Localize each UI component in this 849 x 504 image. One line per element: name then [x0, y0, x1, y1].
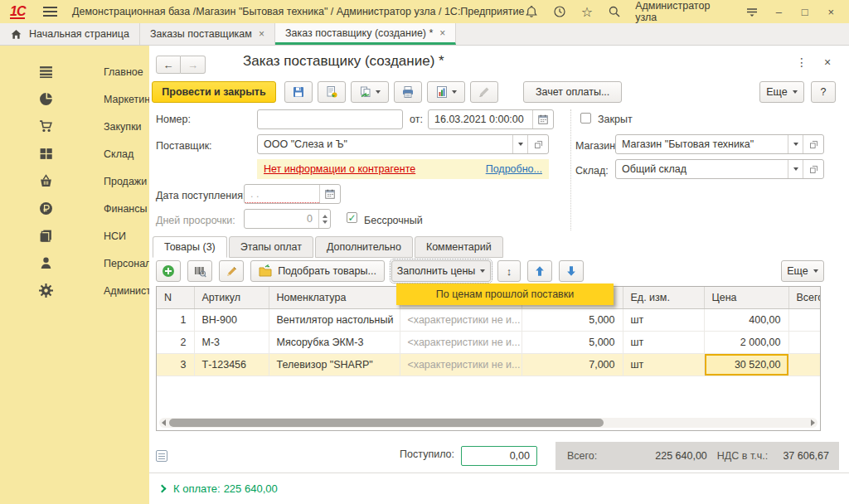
cell-n[interactable]: 3 — [157, 353, 194, 376]
cell-qty[interactable]: 7,000 — [522, 353, 623, 376]
pick-goods-button[interactable]: Подобрать товары... — [250, 260, 385, 282]
move-row-up-button[interactable] — [527, 260, 552, 282]
cell-n[interactable]: 1 — [157, 308, 194, 331]
resize-rows-button[interactable]: ↕ — [497, 260, 521, 282]
column-header-unit[interactable]: Ед. изм. — [623, 287, 704, 308]
sidebar-item-marketing[interactable]: Маркетинг — [0, 85, 149, 113]
tab-supplier-orders-list[interactable]: Заказы поставщикам × — [140, 23, 275, 45]
print-button[interactable] — [394, 81, 422, 103]
calendar-icon[interactable] — [532, 110, 553, 128]
column-header-total[interactable]: Всего — [788, 287, 821, 308]
column-header-n[interactable]: N — [157, 287, 194, 308]
supplier-dropdown-icon[interactable] — [512, 135, 527, 153]
sidebar-item-personnel[interactable]: Персонал — [0, 250, 149, 277]
supplier-combo[interactable]: ООО "Слеза и Ъ" — [257, 134, 549, 154]
cell-total[interactable]: 213 640,00 — [788, 353, 821, 376]
scroll-right-icon[interactable] — [811, 419, 815, 426]
sidebar-item-warehouse[interactable]: Склад — [0, 140, 149, 167]
cell-total[interactable]: 2 000,00 — [788, 308, 821, 331]
text-view-icon[interactable] — [156, 450, 167, 462]
post-and-close-button[interactable]: Провести и закрыть — [152, 81, 276, 103]
barcode-scan-button[interactable] — [187, 260, 212, 282]
form-close-icon[interactable]: × — [824, 56, 831, 69]
tab-supplier-order-new[interactable]: Заказ поставщику (создание) * × — [275, 23, 456, 45]
scrollbar-thumb[interactable] — [169, 419, 604, 427]
number-input[interactable] — [257, 109, 403, 129]
add-row-button[interactable] — [156, 260, 181, 282]
cell-total[interactable]: 10 000,00 — [788, 331, 821, 353]
scroll-left-icon[interactable] — [162, 419, 166, 426]
warehouse-combo[interactable]: Общий склад — [615, 159, 824, 179]
history-icon[interactable] — [552, 4, 566, 19]
create-based-on-button[interactable] — [351, 81, 389, 103]
table-row[interactable]: 1ВН-900Вентилятор настольный<характерист… — [157, 308, 821, 331]
tab-payment-stages[interactable]: Этапы оплат — [229, 236, 313, 258]
cell-price[interactable]: 2 000,00 — [704, 331, 788, 353]
warehouse-dropdown-icon[interactable] — [788, 160, 803, 178]
edit-button-disabled[interactable] — [470, 81, 498, 103]
horizontal-scrollbar[interactable] — [159, 418, 817, 428]
cell-nomenclature[interactable]: Вентилятор настольный — [269, 308, 400, 331]
service-menu-icon[interactable] — [745, 4, 759, 19]
shop-value[interactable]: Магазин "Бытовая техника" — [616, 135, 788, 153]
supplier-open-icon[interactable] — [527, 135, 548, 153]
sidebar-item-purchases[interactable]: Закупки — [0, 113, 149, 140]
supplier-value[interactable]: ООО "Слеза и Ъ" — [258, 135, 512, 153]
receipt-date-placeholder[interactable]: . . — [245, 185, 319, 203]
cell-nomenclature[interactable]: Телевизор "SHARP" — [269, 353, 400, 376]
cell-characteristic[interactable]: <характеристики не и... — [400, 308, 522, 331]
cell-n[interactable]: 2 — [157, 331, 194, 353]
more-actions-button[interactable]: Еще — [759, 81, 804, 103]
help-button[interactable]: ? — [811, 81, 836, 103]
cell-characteristic[interactable]: <характеристики не и... — [400, 331, 522, 353]
back-button[interactable]: ← — [156, 56, 181, 74]
overdue-days-stepper[interactable]: 0 — [244, 209, 331, 229]
main-menu-icon[interactable] — [43, 4, 57, 19]
tab-additional[interactable]: Дополнительно — [315, 236, 413, 258]
column-header-nomenclature[interactable]: Номенклатура — [269, 287, 400, 308]
cell-unit[interactable]: шт — [623, 308, 704, 331]
sidebar-item-administration[interactable]: Администрирование — [0, 277, 149, 304]
closed-checkbox[interactable] — [580, 113, 591, 124]
reports-button[interactable] — [427, 81, 465, 103]
tab-home[interactable]: Начальная страница — [0, 23, 140, 45]
cell-article[interactable]: Т-123456 — [194, 353, 269, 376]
column-header-price[interactable]: Цена — [704, 287, 788, 308]
close-window-button[interactable]: × — [825, 6, 838, 18]
cell-article[interactable]: М-3 — [194, 331, 269, 353]
shop-dropdown-icon[interactable] — [788, 135, 803, 153]
warehouse-value[interactable]: Общий склад — [616, 160, 788, 178]
cell-price[interactable]: 400,00 — [704, 308, 788, 331]
forward-button[interactable]: → — [181, 56, 206, 74]
to-pay-strip[interactable]: К оплате: 225 640,00 — [149, 472, 849, 504]
column-header-article[interactable]: Артикул — [194, 287, 269, 308]
favorites-star-icon[interactable]: ☆ — [580, 4, 594, 19]
cell-unit[interactable]: шт — [623, 353, 704, 376]
shop-open-icon[interactable] — [803, 135, 823, 153]
cell-article[interactable]: ВН-900 — [194, 308, 269, 331]
stepper-arrows-icon[interactable] — [318, 210, 330, 228]
number-value[interactable] — [258, 110, 402, 128]
date-input[interactable]: 16.03.2021 0:00:00 — [428, 109, 554, 129]
fill-prices-button[interactable]: Заполнить цены — [391, 260, 491, 282]
date-value[interactable]: 16.03.2021 0:00:00 — [429, 110, 532, 128]
perpetual-checkbox[interactable] — [347, 212, 357, 223]
sidebar-item-nsi[interactable]: НСИ — [0, 222, 149, 250]
warehouse-open-icon[interactable] — [803, 160, 823, 178]
minimize-button[interactable]: – — [773, 6, 786, 18]
tab-goods[interactable]: Товары (3) — [153, 236, 227, 258]
received-input[interactable]: 0,00 — [461, 446, 537, 466]
cell-nomenclature[interactable]: Мясорубка ЭКМ-3 — [269, 331, 400, 353]
cell-unit[interactable]: шт — [623, 331, 704, 353]
current-user[interactable]: Администратор узла — [635, 0, 731, 23]
table-row[interactable]: 2М-3Мясорубка ЭКМ-3<характеристики не и.… — [157, 331, 821, 353]
payment-offset-button[interactable]: Зачет оплаты... — [523, 81, 622, 103]
sidebar-item-main[interactable]: Главное — [0, 58, 149, 85]
calendar-icon[interactable] — [319, 185, 340, 203]
cell-qty[interactable]: 5,000 — [522, 331, 623, 353]
fill-prices-menu-item[interactable]: По ценам прошлой поставки — [396, 284, 614, 305]
form-menu-dots-icon[interactable]: ⋮ — [796, 56, 808, 69]
save-button[interactable] — [284, 81, 313, 103]
search-icon[interactable] — [608, 4, 622, 19]
close-tab-icon[interactable]: × — [439, 27, 445, 39]
